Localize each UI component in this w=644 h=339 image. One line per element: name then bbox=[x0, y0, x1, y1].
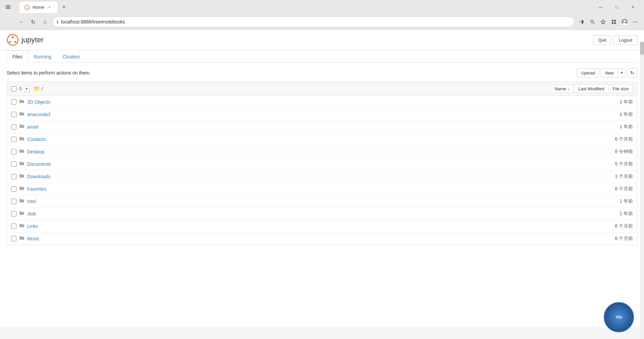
profile-btn[interactable] bbox=[620, 17, 629, 27]
file-name[interactable]: Desktop bbox=[27, 149, 590, 154]
sort-by-modified[interactable]: Last Modified bbox=[574, 85, 608, 93]
file-name[interactable]: Links bbox=[27, 224, 590, 229]
file-rows-container: 3D Objects 1 年前 anaconda3 1 年前 ansel 1 年… bbox=[7, 96, 637, 245]
jupyter-logo-text: jupyter bbox=[21, 36, 44, 44]
file-name[interactable]: Jedi bbox=[27, 211, 590, 216]
zoom-btn[interactable] bbox=[588, 17, 597, 27]
file-name[interactable]: ansel bbox=[27, 124, 590, 130]
reload-button[interactable]: ↻ bbox=[28, 17, 38, 27]
quit-button[interactable]: Quit bbox=[593, 35, 611, 45]
new-button[interactable]: New bbox=[601, 69, 618, 77]
row-checkbox-7[interactable] bbox=[11, 186, 16, 192]
scrollbar-thumb[interactable] bbox=[640, 42, 644, 55]
table-row: ansel 1 年前 bbox=[7, 121, 637, 133]
browser-tab[interactable]: J Home × bbox=[19, 1, 58, 13]
jupyter-header: jupyter Quit Logout bbox=[0, 30, 644, 50]
file-modified: 6 个月前 bbox=[593, 136, 633, 142]
breadcrumb: 📁 / bbox=[34, 86, 43, 92]
tab-running[interactable]: Running bbox=[28, 50, 57, 63]
row-checkbox-3[interactable] bbox=[11, 137, 16, 142]
folder-icon bbox=[19, 99, 24, 105]
file-name[interactable]: Documents bbox=[27, 161, 590, 167]
toolbar-right: Upload New ▾ ↻ bbox=[577, 68, 637, 78]
toolbar-select-text: Select items to perform actions on them. bbox=[7, 70, 91, 76]
row-checkbox-2[interactable] bbox=[11, 124, 16, 130]
url-bar[interactable]: ℹ localhost:8888/tree#notebooks bbox=[52, 16, 574, 27]
table-row: Downloads 1 个月前 bbox=[7, 171, 637, 183]
back-button[interactable]: ← bbox=[4, 17, 13, 27]
file-name[interactable]: Downloads bbox=[27, 174, 590, 179]
table-row: Desktop 8 分钟前 bbox=[7, 146, 637, 158]
breadcrumb-slash: / bbox=[42, 86, 43, 92]
sort-by-size[interactable]: File size bbox=[608, 85, 633, 93]
file-name[interactable]: Intel bbox=[27, 199, 590, 204]
file-name[interactable]: Favorites bbox=[27, 186, 590, 192]
file-modified: 1 年前 bbox=[593, 124, 633, 130]
tab-clusters[interactable]: Clusters bbox=[57, 50, 86, 63]
tab-favicon: J bbox=[24, 5, 30, 10]
select-all-checkbox[interactable] bbox=[11, 86, 16, 92]
content-area: Files Running Clusters Select items to p… bbox=[0, 50, 644, 245]
count-dropdown[interactable]: ▾ bbox=[24, 86, 30, 92]
row-checkbox-5[interactable] bbox=[11, 161, 16, 167]
file-name[interactable]: anaconda3 bbox=[27, 112, 590, 117]
folder-icon bbox=[19, 210, 24, 217]
sort-by-name[interactable]: Name ↓ bbox=[550, 85, 574, 93]
row-checkbox-6[interactable] bbox=[11, 174, 16, 179]
row-checkbox-11[interactable] bbox=[11, 236, 16, 241]
scrollbar[interactable] bbox=[640, 42, 644, 327]
collections-btn[interactable] bbox=[609, 17, 619, 27]
folder-icon bbox=[19, 148, 24, 155]
tab-files[interactable]: Files bbox=[7, 50, 28, 63]
overlay-text: 75% bbox=[615, 316, 622, 319]
folder-icon bbox=[19, 111, 24, 118]
logout-button[interactable]: Logout bbox=[614, 35, 637, 45]
upload-button[interactable]: Upload bbox=[577, 68, 599, 78]
maximize-button[interactable]: □ bbox=[609, 2, 625, 12]
new-caret-button[interactable]: ▾ bbox=[618, 69, 626, 77]
settings-btn[interactable]: ⋯ bbox=[631, 17, 640, 27]
row-checkbox-9[interactable] bbox=[11, 211, 16, 216]
row-checkbox-1[interactable] bbox=[11, 112, 16, 117]
favorites-btn[interactable] bbox=[598, 17, 608, 27]
window-close-button[interactable]: × bbox=[625, 2, 641, 12]
sort-buttons: Name ↓ Last Modified File size bbox=[550, 85, 633, 93]
folder-icon bbox=[19, 235, 24, 242]
file-modified: 1 年前 bbox=[593, 99, 633, 105]
row-checkbox-10[interactable] bbox=[11, 224, 16, 229]
svg-text:J: J bbox=[26, 6, 28, 9]
url-text: localhost:8888/tree#notebooks bbox=[61, 19, 570, 25]
breadcrumb-folder-icon: 📁 bbox=[34, 86, 40, 92]
table-row: Links 6 个月前 bbox=[7, 220, 637, 233]
minimize-button[interactable]: — bbox=[593, 2, 608, 12]
new-tab-button[interactable]: + bbox=[59, 2, 69, 12]
nav-tabs: Files Running Clusters bbox=[7, 50, 637, 63]
folder-icon bbox=[19, 173, 24, 180]
folder-icon bbox=[19, 223, 24, 230]
file-table-header: 0 ▾ 📁 / Name ↓ Last Modified File size bbox=[7, 82, 637, 96]
sidebar-toggle-btn[interactable] bbox=[3, 2, 13, 12]
file-modified: 1 年前 bbox=[593, 111, 633, 117]
forward-button[interactable]: → bbox=[16, 17, 25, 27]
svg-rect-9 bbox=[614, 20, 616, 21]
header-actions: Quit Logout bbox=[593, 35, 637, 45]
file-modified: 5 个月前 bbox=[593, 161, 633, 167]
refresh-button[interactable]: ↻ bbox=[627, 68, 637, 78]
new-dropdown: New ▾ bbox=[601, 68, 626, 78]
file-name[interactable]: Music bbox=[27, 236, 590, 241]
jupyter-logo-icon bbox=[7, 34, 19, 46]
row-checkbox-4[interactable] bbox=[11, 149, 16, 154]
svg-point-13 bbox=[624, 20, 626, 22]
home-button[interactable]: ⌂ bbox=[40, 17, 50, 27]
table-row: Music 6 个月前 bbox=[7, 233, 637, 245]
row-checkbox-8[interactable] bbox=[11, 199, 16, 204]
svg-rect-0 bbox=[6, 5, 10, 6]
file-name[interactable]: Contacts bbox=[27, 137, 590, 142]
row-checkbox-0[interactable] bbox=[11, 99, 16, 105]
tab-close-btn[interactable]: × bbox=[47, 5, 52, 10]
folder-icon bbox=[19, 186, 24, 192]
read-aloud-btn[interactable] bbox=[577, 17, 586, 27]
file-modified: 6 个月前 bbox=[593, 223, 633, 229]
file-modified: 8 分钟前 bbox=[593, 149, 633, 155]
file-name[interactable]: 3D Objects bbox=[27, 99, 590, 105]
